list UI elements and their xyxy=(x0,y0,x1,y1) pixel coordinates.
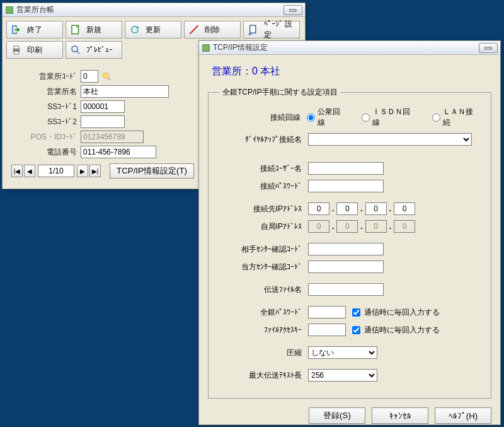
help-button[interactable]: ﾍﾙﾌﾟ(H) xyxy=(435,407,491,424)
branch-code-label: 営業所ｺｰﾄﾞ xyxy=(11,71,81,82)
remote-ip-4[interactable] xyxy=(394,202,415,215)
dialog-titlebar: TCP/IP情報設定 xyxy=(199,41,500,55)
file-access-key-prompt-checkbox[interactable] xyxy=(352,326,360,334)
remote-ip-label: 接続先IPｱﾄﾞﾚｽ xyxy=(220,204,308,214)
svg-rect-10 xyxy=(203,44,210,51)
dialog-close-button[interactable] xyxy=(479,43,498,53)
transfer-file-label: 伝送ﾌｧｲﾙ名 xyxy=(220,284,308,295)
remote-center-label: 相手ｾﾝﾀｰ確認ｺｰﾄﾞ xyxy=(220,244,308,255)
titlebar: 営業所台帳 xyxy=(3,3,305,17)
local-center-input[interactable] xyxy=(308,260,384,273)
radio-public[interactable]: 公衆回線 xyxy=(307,107,347,128)
branch-code-input[interactable] xyxy=(81,70,98,83)
svg-rect-5 xyxy=(14,46,19,49)
ss-code1-input[interactable] xyxy=(81,100,125,113)
local-ip-2 xyxy=(336,220,358,233)
close-button[interactable] xyxy=(284,5,302,15)
password-label: 接続ﾊﾟｽﾜｰﾄﾞ xyxy=(220,181,308,192)
tcpip-settings-button[interactable]: TCP/IP情報設定(T) xyxy=(110,163,194,178)
file-access-key-prompt-label: 通信時に毎回入力する xyxy=(364,325,440,336)
exit-button[interactable]: 終了 xyxy=(6,21,63,38)
nav-prev-button[interactable]: ◀ xyxy=(24,165,35,177)
zengin-password-input[interactable] xyxy=(308,306,346,319)
user-label: 接続ﾕｰｻﾞｰ名 xyxy=(220,163,308,174)
dialog-icon xyxy=(202,44,210,52)
dialup-name-select[interactable] xyxy=(308,133,472,146)
remote-ip-group: . . . xyxy=(308,202,415,215)
settings-group: 全銀TCP/IP手順に関する設定項目 接続回線 公衆回線 ＩＳＤＮ回線 ＬＡＮ接… xyxy=(208,87,491,399)
zengin-password-prompt-checkbox[interactable] xyxy=(352,308,360,317)
compression-label: 圧縮 xyxy=(220,348,308,358)
update-button[interactable]: 更新 xyxy=(125,21,181,38)
record-position: 1/10 xyxy=(38,165,74,177)
local-ip-label: 自局IPｱﾄﾞﾚｽ xyxy=(220,221,308,232)
dialog-title: TCP/IP情報設定 xyxy=(213,42,479,53)
file-access-key-label: ﾌｧｲﾙｱｸｾｽｷｰ xyxy=(220,325,308,334)
phone-input[interactable] xyxy=(81,146,156,158)
compression-select[interactable]: しない xyxy=(308,346,377,359)
page-setup-button[interactable]: ﾍﾟｰｼﾞ 設定 xyxy=(243,21,300,38)
svg-point-9 xyxy=(103,73,108,78)
ss-code2-label: SSｺｰﾄﾞ2 xyxy=(11,117,81,126)
radio-lan[interactable]: ＬＡＮ接続 xyxy=(432,107,479,128)
group-title: 全銀TCP/IP手順に関する設定項目 xyxy=(220,87,340,98)
nav-next-button[interactable]: ▶ xyxy=(77,165,88,177)
svg-rect-0 xyxy=(6,6,13,13)
password-input[interactable] xyxy=(308,180,384,192)
max-text-length-select[interactable]: 256 xyxy=(308,369,377,382)
preview-button[interactable]: ﾌﾟﾚﾋﾞｭｰ xyxy=(66,41,122,59)
branch-name-label: 営業所名 xyxy=(11,86,81,97)
local-ip-4 xyxy=(394,220,415,233)
transfer-file-input[interactable] xyxy=(308,283,384,296)
local-ip-group: . . . xyxy=(308,220,415,233)
dialog-body: 営業所：0 本社 全銀TCP/IP手順に関する設定項目 接続回線 公衆回線 ＩＳ… xyxy=(199,55,500,427)
app-icon xyxy=(5,6,14,15)
dialog-button-row: 登録(S) ｷｬﾝｾﾙ ﾍﾙﾌﾟ(H) xyxy=(208,407,491,424)
file-access-key-input[interactable] xyxy=(308,324,346,336)
print-button[interactable]: 印刷 xyxy=(6,41,63,59)
pos-id-input xyxy=(81,131,144,143)
register-button[interactable]: 登録(S) xyxy=(309,407,365,424)
svg-point-8 xyxy=(72,46,77,52)
zengin-password-prompt-label: 通信時に毎回入力する xyxy=(364,307,440,318)
dialog-header-label: 営業所：0 本社 xyxy=(212,65,491,78)
lookup-icon[interactable] xyxy=(101,71,112,82)
radio-isdn[interactable]: ＩＳＤＮ回線 xyxy=(362,107,416,128)
cancel-button[interactable]: ｷｬﾝｾﾙ xyxy=(372,407,428,424)
ss-code1-label: SSｺｰﾄﾞ1 xyxy=(11,102,81,111)
svg-rect-11 xyxy=(485,47,491,49)
connection-line-label: 接続回線 xyxy=(220,112,307,123)
window-title: 営業所台帳 xyxy=(16,4,284,15)
ss-code2-input[interactable] xyxy=(81,115,125,128)
zengin-password-label: 全銀ﾊﾟｽﾜｰﾄﾞ xyxy=(220,307,308,318)
remote-ip-3[interactable] xyxy=(365,202,387,215)
branch-name-input[interactable] xyxy=(81,85,169,98)
nav-first-button[interactable]: |◀ xyxy=(11,165,23,177)
new-button[interactable]: 新規 xyxy=(66,21,122,38)
local-center-label: 当方ｾﾝﾀｰ確認ｺｰﾄﾞ xyxy=(220,262,308,272)
phone-label: 電話番号 xyxy=(11,147,81,158)
svg-rect-6 xyxy=(14,51,19,54)
max-text-length-label: 最大伝送ﾃｷｽﾄ長 xyxy=(220,370,308,381)
remote-ip-1[interactable] xyxy=(308,202,329,215)
delete-button[interactable]: 削除 xyxy=(184,21,241,38)
user-input[interactable] xyxy=(308,162,384,175)
svg-rect-1 xyxy=(290,9,296,11)
dialup-name-label: ﾀﾞｲﾔﾙｱｯﾌﾟ接続名 xyxy=(220,134,308,145)
remote-ip-2[interactable] xyxy=(336,202,358,215)
nav-last-button[interactable]: ▶| xyxy=(89,165,101,177)
local-ip-1 xyxy=(308,220,329,233)
svg-rect-3 xyxy=(250,25,256,33)
remote-center-input[interactable] xyxy=(308,243,384,255)
pos-id-label: POS・IDｺｰﾄﾞ xyxy=(11,132,81,143)
local-ip-3 xyxy=(365,220,387,233)
tcpip-dialog: TCP/IP情報設定 営業所：0 本社 全銀TCP/IP手順に関する設定項目 接… xyxy=(198,40,501,425)
svg-point-7 xyxy=(18,49,20,50)
